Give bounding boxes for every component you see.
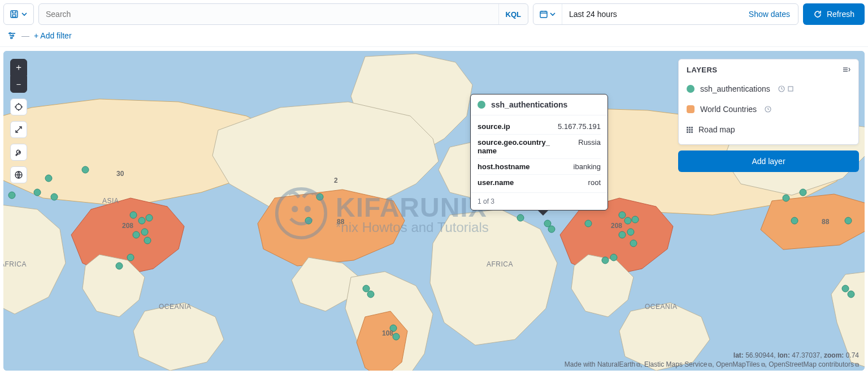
svg-point-24: [390, 325, 397, 332]
calendar-button[interactable]: [533, 4, 562, 24]
add-filter-link[interactable]: + Add filter: [34, 31, 72, 40]
attr-link[interactable]: OpenMapTiles: [716, 360, 760, 368]
layer-label: ssh_authentications: [700, 84, 770, 93]
zoom-label: zoom:: [824, 351, 844, 359]
svg-point-41: [630, 240, 637, 247]
map-attribution: lat: 56.90944, lon: 47.37037, zoom: 0.74…: [565, 350, 859, 368]
layers-title: LAYERS: [687, 66, 718, 74]
zoom-value: 0.74: [846, 351, 859, 359]
zoom-in-button[interactable]: ＋: [10, 59, 27, 76]
tools-button[interactable]: [10, 144, 27, 161]
lon-label: lon:: [778, 351, 790, 359]
svg-point-3: [10, 33, 11, 35]
svg-point-22: [363, 285, 370, 292]
fullscreen-button[interactable]: [10, 121, 27, 138]
tooltip-body: source.ip5.167.75.191 source.geo.country…: [471, 115, 607, 192]
tooltip-value: root: [588, 178, 601, 187]
collapse-icon[interactable]: [841, 65, 850, 74]
svg-point-4: [12, 35, 14, 37]
refresh-button[interactable]: Refresh: [803, 3, 865, 25]
svg-point-23: [367, 291, 374, 298]
svg-point-38: [632, 216, 639, 223]
lat-label: lat:: [734, 351, 744, 359]
fit-bounds-button[interactable]: [10, 98, 27, 115]
attr-link[interactable]: OpenStreetMap contributors: [769, 360, 854, 368]
svg-point-21: [305, 217, 312, 224]
tooltip-row: user.nameroot: [478, 175, 601, 190]
tooltip-row: source.geo.country_nameRussia: [478, 135, 601, 159]
svg-point-45: [800, 189, 806, 196]
svg-rect-2: [540, 11, 547, 18]
layers-header: LAYERS: [687, 65, 850, 79]
layer-item-countries[interactable]: World Countries: [687, 99, 850, 119]
svg-point-11: [8, 192, 15, 199]
chevron-down-icon: [21, 11, 28, 18]
attr-prefix: Made with: [565, 360, 596, 368]
layers-card: LAYERS ssh_authentications World Countri…: [678, 59, 859, 145]
svg-point-5: [11, 37, 12, 39]
svg-rect-0: [11, 11, 18, 18]
tooltip-key: user.name: [478, 178, 514, 187]
svg-point-30: [517, 214, 524, 221]
svg-rect-1: [12, 15, 16, 17]
attr-link[interactable]: NaturalEarth: [597, 360, 635, 368]
svg-point-12: [130, 212, 137, 218]
svg-point-37: [624, 217, 631, 224]
layer-swatch-icon: [687, 105, 695, 113]
search-group: KQL: [38, 3, 528, 25]
date-picker[interactable]: Last 24 hours Show dates: [533, 3, 798, 25]
tooltip-key: host.hostname: [478, 162, 530, 171]
svg-point-32: [548, 226, 555, 233]
filter-options-button[interactable]: [7, 31, 17, 41]
svg-point-39: [627, 229, 634, 235]
svg-point-25: [393, 333, 400, 340]
crosshair-icon: [14, 102, 23, 111]
svg-point-18: [127, 254, 134, 261]
svg-point-10: [51, 194, 58, 200]
svg-point-40: [619, 231, 626, 238]
tooltip-value: 5.167.75.191: [558, 122, 601, 131]
svg-point-8: [45, 175, 52, 182]
saved-query-button[interactable]: [3, 3, 34, 25]
lat-value: 56.90944: [745, 351, 774, 359]
globe-clock-icon: [14, 170, 23, 179]
tooltip-key: source.ip: [478, 122, 510, 131]
svg-point-35: [585, 220, 592, 227]
coord-readout: lat: 56.90944, lon: 47.37037, zoom: 0.74: [565, 351, 859, 359]
kql-toggle[interactable]: KQL: [498, 4, 528, 24]
chevron-down-icon: [549, 11, 556, 18]
query-bar: KQL Last 24 hours Show dates Refresh: [0, 0, 868, 28]
svg-point-17: [144, 237, 151, 244]
wrench-icon: [14, 148, 23, 157]
layer-item-roadmap[interactable]: Road map: [687, 119, 850, 140]
svg-point-19: [116, 263, 123, 269]
svg-point-53: [16, 104, 21, 110]
zoom-out-button[interactable]: －: [10, 76, 27, 93]
grid-icon: [687, 127, 693, 133]
tooltip-value: Russia: [578, 138, 601, 155]
tooltip-header: ssh_authentications: [471, 94, 607, 115]
layer-color-swatch: [478, 101, 485, 109]
timeslider-button[interactable]: [10, 166, 27, 183]
filter-icon: [7, 31, 16, 40]
tooltip-row: host.hostnameibanking: [478, 159, 601, 175]
svg-point-36: [619, 212, 626, 218]
clock-icon: [765, 106, 771, 113]
svg-point-43: [610, 254, 617, 261]
tooltip-pager: 1 of 3: [471, 192, 607, 210]
search-input[interactable]: [39, 10, 498, 19]
svg-rect-56: [788, 87, 793, 91]
tooltip-title: ssh_authentications: [491, 100, 567, 109]
extent-icon: [787, 85, 794, 92]
svg-point-13: [138, 217, 145, 224]
add-layer-button[interactable]: Add layer: [678, 151, 859, 172]
svg-point-16: [133, 231, 140, 238]
attr-link[interactable]: Elastic Maps Service: [644, 360, 707, 368]
svg-point-47: [845, 217, 852, 224]
layer-item-ssh[interactable]: ssh_authentications: [687, 79, 850, 99]
show-dates-link[interactable]: Show dates: [741, 10, 798, 19]
lon-value: 47.37037: [792, 351, 820, 359]
map-canvas[interactable]: ASIA ASIA AFRICA AFRICA OCEANIA OCEANIA …: [3, 51, 865, 371]
svg-point-7: [82, 166, 89, 173]
tooltip-key: source.geo.country_name: [478, 138, 551, 155]
